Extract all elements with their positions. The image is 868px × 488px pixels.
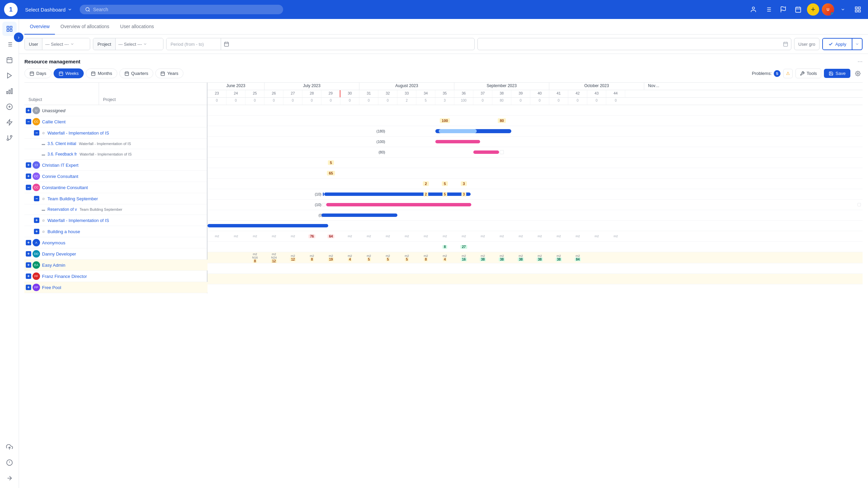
name-task2[interactable]: 3.6. Feedback fr xyxy=(47,152,77,157)
sidebar-toggle[interactable]: › xyxy=(14,33,23,42)
expand-unassigned[interactable]: + xyxy=(24,106,33,115)
apps-grid-btn[interactable] xyxy=(852,3,864,16)
expand-waterfall2[interactable]: + xyxy=(33,216,41,224)
expand-waterfall1[interactable]: − xyxy=(33,129,41,137)
sidebar-item-chart[interactable] xyxy=(2,84,17,98)
name-waterfall1[interactable]: Waterfall - Implementation of IS xyxy=(47,130,109,136)
dashboard-selector[interactable]: Select Dashboard xyxy=(22,5,76,15)
col-project: Project xyxy=(99,83,207,105)
period-to-field[interactable] xyxy=(480,42,783,47)
chevron-down-avatar-btn[interactable] xyxy=(837,3,849,16)
tab-user-allocations[interactable]: User allocations xyxy=(115,19,159,35)
avatar-connie: CC xyxy=(33,172,40,180)
expand-teambuilding[interactable]: − xyxy=(33,195,41,203)
avatar[interactable]: U xyxy=(822,3,834,16)
expand-easyadmin[interactable]: + xyxy=(24,261,33,269)
tab-overview[interactable]: Overview xyxy=(24,19,55,35)
name-task3[interactable]: Reservation of v xyxy=(47,207,77,212)
name-anonymous[interactable]: Anonymous xyxy=(42,240,65,245)
right-row-14: m2 N16 8 m2 N24 12 m2 12 m2 8 m2 xyxy=(208,252,863,263)
sidebar-item-arrow[interactable] xyxy=(2,471,17,485)
arrow-icon xyxy=(6,475,13,482)
expand-building[interactable]: + xyxy=(33,227,41,236)
tools-button[interactable]: Tools xyxy=(795,68,821,78)
svg-point-2 xyxy=(752,7,755,9)
sidebar-item-currency[interactable] xyxy=(2,100,17,114)
month-june: June 2023 xyxy=(208,83,264,90)
expand-constantine[interactable]: − xyxy=(24,183,33,191)
gantt-container[interactable]: Subject Project + U Unassigned − CC Call xyxy=(24,82,863,293)
svg-rect-10 xyxy=(796,7,801,12)
expand-christian[interactable]: + xyxy=(24,161,33,169)
save-button[interactable]: Save xyxy=(824,69,850,78)
calendar-icon xyxy=(29,71,34,76)
settings-icon-btn[interactable] xyxy=(853,69,863,78)
apply-button[interactable]: Apply xyxy=(823,39,852,49)
bar-task2 xyxy=(473,150,499,154)
problems-badge: Problems: 5 xyxy=(752,70,781,77)
sidebar-bottom xyxy=(2,440,17,485)
add-button[interactable]: + xyxy=(807,3,819,16)
apply-dropdown-btn[interactable] xyxy=(852,39,862,49)
search-bar[interactable] xyxy=(80,5,283,14)
name-freepool[interactable]: Free Pool xyxy=(42,285,61,290)
calendar-nav-icon-btn[interactable] xyxy=(792,3,804,16)
name-building[interactable]: Building a house xyxy=(47,229,80,234)
tab-bar: Overview Overview of allocations User al… xyxy=(19,19,868,35)
period-cal-from[interactable] xyxy=(221,38,232,50)
svg-point-76 xyxy=(857,73,859,74)
user-group-filter[interactable]: User gro xyxy=(794,38,820,50)
filter-icon-btn[interactable] xyxy=(762,3,774,16)
time-btn-quarters[interactable]: Quarters xyxy=(119,68,154,78)
sidebar-item-info[interactable] xyxy=(2,455,17,470)
name-easyadmin[interactable]: Easy Admin xyxy=(42,263,65,268)
period-to-input[interactable] xyxy=(477,38,791,50)
rm-more-btn[interactable]: ··· xyxy=(857,58,863,65)
name-connie[interactable]: Connie Consultant xyxy=(42,174,78,179)
svg-rect-19 xyxy=(10,26,12,28)
expand-connie[interactable]: + xyxy=(24,172,33,180)
sidebar-item-grid[interactable] xyxy=(2,22,17,36)
flag-icon-btn[interactable] xyxy=(777,3,789,16)
user-icon-btn[interactable] xyxy=(747,3,760,16)
sidebar-item-upload[interactable] xyxy=(2,440,17,454)
name-christian[interactable]: Christian IT Expert xyxy=(42,163,78,168)
expand-danny[interactable]: + xyxy=(24,250,33,258)
name-franz[interactable]: Franz Finance Director xyxy=(42,274,87,279)
time-btn-weeks[interactable]: Weeks xyxy=(54,68,84,78)
tab-overview-allocations[interactable]: Overview of allocations xyxy=(55,19,115,35)
upload-icon xyxy=(6,444,13,450)
name-danny[interactable]: Danny Developer xyxy=(42,251,76,257)
doc-icon3: ▬ xyxy=(41,207,46,212)
user-filter-select[interactable]: --- Select --- xyxy=(42,38,90,50)
sidebar-item-branch[interactable] xyxy=(2,131,17,145)
name-callie[interactable]: Callie Client xyxy=(42,119,65,124)
time-btn-years[interactable]: Years xyxy=(155,68,183,78)
expand-franz[interactable]: + xyxy=(24,272,33,280)
search-input[interactable] xyxy=(93,7,278,12)
right-row-16 xyxy=(208,274,863,284)
sidebar-item-lightning[interactable] xyxy=(2,115,17,129)
list-icon xyxy=(6,41,13,48)
sidebar-item-play[interactable] xyxy=(2,68,17,83)
right-row-2: (180) xyxy=(208,126,863,137)
name-constantine[interactable]: Constantine Consultant xyxy=(42,185,88,190)
time-btn-months[interactable]: Months xyxy=(86,68,117,78)
expand-freepool[interactable]: + xyxy=(24,283,33,291)
left-row-14: + EA Easy Admin xyxy=(24,260,207,271)
expand-anonymous[interactable]: + xyxy=(24,239,33,247)
name-unassigned: Unassigned xyxy=(42,108,65,113)
user-icon xyxy=(750,6,757,13)
sidebar-item-calendar[interactable] xyxy=(2,53,17,67)
project-filter-select[interactable]: --- Select --- xyxy=(116,38,163,50)
name-task1[interactable]: 3.5. Client initial xyxy=(47,141,76,146)
expand-callie[interactable]: − xyxy=(24,118,33,126)
time-nav: Days Weeks Months Quarters Years Problem… xyxy=(24,68,863,78)
time-btn-days[interactable]: Days xyxy=(24,68,52,78)
svg-point-41 xyxy=(10,136,12,137)
app-logo[interactable]: 1 xyxy=(4,3,18,16)
name-waterfall2[interactable]: Waterfall - Implementation of IS xyxy=(47,218,109,223)
right-row-13: 8 27 xyxy=(208,242,863,252)
name-teambuilding[interactable]: Team Building September xyxy=(47,196,98,201)
info-warning-btn[interactable]: ⚠ xyxy=(783,69,793,78)
